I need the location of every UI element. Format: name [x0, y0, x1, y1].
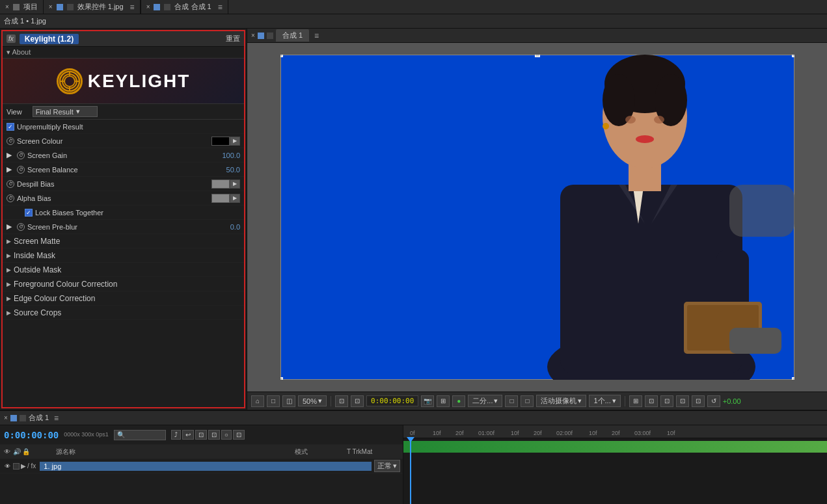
timeline-timecode[interactable]: 0:00:00:00	[4, 430, 59, 440]
screen-gain-row: ▶ ⏱ Screen Gain 100.0	[3, 148, 244, 163]
lock-biases-row: ✓ Lock Biases Together	[3, 206, 244, 220]
tool-btn-3[interactable]: ⊡	[195, 430, 207, 440]
preview-menu-icon[interactable]: ≡	[314, 31, 319, 40]
reset-view-btn[interactable]: ↺	[707, 395, 720, 407]
grid-btn[interactable]: ⊞	[437, 395, 450, 407]
preview-close[interactable]: ×	[251, 32, 255, 39]
tool-btn-2[interactable]: ↩	[182, 430, 194, 440]
reset-button[interactable]: 重置	[226, 34, 240, 44]
compose-menu-icon[interactable]: ≡	[218, 3, 223, 12]
screen-gain-value[interactable]: 100.0	[222, 152, 240, 159]
layer-num: / fx	[27, 462, 36, 470]
playhead[interactable]	[410, 438, 411, 504]
crop-btn[interactable]: ⊡	[335, 395, 348, 407]
plugin-title[interactable]: Keylight (1.2)	[20, 34, 79, 44]
alpha-bias-stopwatch[interactable]: ⏱	[7, 194, 14, 202]
project-tab-close[interactable]: ×	[5, 3, 9, 10]
tool-btn-5[interactable]: ○	[221, 430, 232, 440]
timeline-header: × 合成 1 ≡	[0, 411, 827, 425]
tool-btn-1[interactable]: ⤴	[171, 430, 181, 440]
camera-num-display[interactable]: 1个... ▾	[589, 395, 620, 407]
effects-tab-close[interactable]: ×	[49, 3, 53, 10]
preview-timecode[interactable]: 0:00:00:00	[366, 395, 418, 406]
mode-selector[interactable]: 正常 ▾	[374, 460, 400, 472]
unpremultiply-label: Unpremultiply Result	[17, 123, 83, 131]
timeline-menu-icon[interactable]: ≡	[54, 414, 59, 423]
mode-col-label: 模式	[295, 448, 308, 455]
unpremultiply-checkbox[interactable]: ✓	[7, 123, 14, 131]
ruler-2min: 02:00f	[556, 430, 589, 436]
layer-eye[interactable]: 👁	[3, 462, 12, 471]
screen-colour-stopwatch[interactable]: ⏱	[7, 137, 14, 145]
fx-badge: fx	[7, 34, 16, 43]
preview-icon2	[267, 33, 273, 39]
screen-gain-expand[interactable]: ▶	[7, 151, 14, 159]
view3d-btn[interactable]: ⊡	[692, 395, 705, 407]
layer-name[interactable]: 1. jpg	[40, 462, 372, 471]
safe-btn[interactable]: ⊡	[351, 395, 364, 407]
home-btn[interactable]: ⌂	[251, 395, 264, 407]
compose-tab-close[interactable]: ×	[146, 3, 150, 10]
screen-preblur-value[interactable]: 0.0	[230, 223, 240, 231]
source-crops-section[interactable]: ▶ Source Crops	[3, 306, 244, 320]
viewer2-btn[interactable]: □	[521, 395, 534, 407]
compose-tab[interactable]: × 合成 合成 1 ≡	[141, 0, 228, 14]
tool-btn-6[interactable]: ⊡	[233, 430, 245, 440]
layer-color-bar	[13, 463, 20, 470]
camera-icon-btn[interactable]: 📷	[421, 395, 434, 407]
viewer1-btn[interactable]: □	[505, 395, 518, 407]
camera-display[interactable]: 活动摄像机 ▾	[536, 395, 586, 407]
screen-balance-row: ▶ ⏱ Screen Balance 50.0	[3, 163, 244, 177]
tool-btn-4[interactable]: ⊡	[208, 430, 220, 440]
despill-bias-stopwatch[interactable]: ⏱	[7, 180, 14, 188]
effects-menu-icon[interactable]: ≡	[130, 3, 135, 12]
track-bar[interactable]	[403, 441, 827, 453]
screen-balance-expand[interactable]: ▶	[7, 165, 14, 174]
zoom-value: 50%	[303, 397, 317, 405]
alpha-bias-swatch[interactable]	[211, 194, 230, 203]
stereo-btn[interactable]: ◫	[282, 395, 295, 407]
search-box[interactable]: 🔍	[114, 430, 166, 440]
despill-bias-arrow[interactable]: ▶	[230, 179, 240, 189]
outside-mask-section[interactable]: ▶ Outside Mask	[3, 263, 244, 277]
ruler-10f-3: 10f	[589, 430, 612, 436]
screen-preblur-stopwatch[interactable]: ⏱	[17, 223, 25, 231]
screen-colour-swatch[interactable]	[211, 137, 230, 146]
screen-balance-stopwatch[interactable]: ⏱	[17, 166, 25, 174]
effects-tab[interactable]: × 效果控件 1.jpg ≡	[44, 0, 141, 14]
timeline-right: 0f 10f 20f 01:00f 10f 20f 02:00f 10f 20f…	[403, 425, 827, 504]
layer-expand[interactable]: ▶	[21, 462, 26, 470]
preview-tab[interactable]: 合成 1	[276, 29, 309, 42]
project-tab[interactable]: × 项目	[0, 0, 44, 14]
foreground-colour-section[interactable]: ▶ Foreground Colour Correction	[3, 277, 244, 291]
screen-preblur-expand[interactable]: ▶	[7, 222, 14, 231]
view-mode-value: 二分...	[472, 396, 493, 406]
screen-gain-stopwatch[interactable]: ⏱	[17, 152, 25, 159]
snap-btn[interactable]: ⊞	[629, 395, 642, 407]
lock-biases-checkbox[interactable]: ✓	[25, 209, 33, 217]
color-btn[interactable]: ●	[452, 395, 465, 407]
motion-btn[interactable]: ⊡	[645, 395, 658, 407]
screen-matte-section[interactable]: ▶ Screen Matte	[3, 234, 244, 248]
corner-tl[interactable]	[280, 55, 283, 57]
layer-controls: 👁 ▶ / fx	[3, 462, 36, 471]
inside-mask-section[interactable]: ▶ Inside Mask	[3, 248, 244, 263]
corner-bl[interactable]	[280, 377, 283, 380]
zoom-display[interactable]: 50% ▾	[298, 395, 327, 406]
timeline-close[interactable]: ×	[4, 414, 8, 421]
timeline-tracks	[403, 438, 827, 504]
edge-colour-section[interactable]: ▶ Edge Colour Correction	[3, 291, 244, 306]
breadcrumb: 合成 1 • 1.jpg	[4, 16, 46, 26]
despill-bias-swatch[interactable]	[211, 179, 230, 189]
alpha-bias-arrow[interactable]: ▶	[230, 194, 240, 203]
screen-balance-value[interactable]: 50.0	[226, 166, 240, 174]
view-dropdown[interactable]: Final Result ▾	[33, 106, 98, 117]
monitor-btn[interactable]: □	[267, 395, 280, 407]
screen-matte-arrow: ▶	[7, 238, 11, 245]
screen-colour-arrow[interactable]: ▶	[230, 137, 240, 146]
view-mode-display[interactable]: 二分... ▾	[468, 395, 502, 407]
camera-value: 活动摄像机	[541, 396, 576, 406]
comp-btn[interactable]: ⊡	[676, 395, 689, 407]
ruler-10f-2: 10f	[511, 430, 534, 436]
render-btn[interactable]: ⊡	[660, 395, 673, 407]
